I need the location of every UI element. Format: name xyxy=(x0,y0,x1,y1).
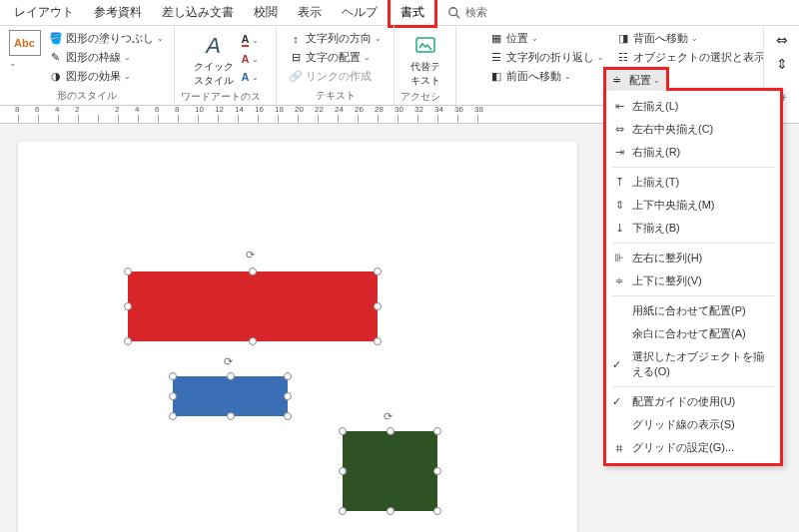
menu-align-top[interactable]: ⤒上揃え(T) xyxy=(606,171,780,194)
tab-review[interactable]: 校閲 xyxy=(244,0,288,25)
search-box[interactable]: 検索 xyxy=(447,5,487,20)
resize-handle[interactable] xyxy=(169,372,177,380)
svg-point-0 xyxy=(449,7,457,15)
effects-icon: ◑ xyxy=(49,70,63,84)
ribbon-tabs: レイアウト 参考資料 差し込み文書 校閲 表示 ヘルプ 書式 検索 xyxy=(0,0,799,26)
menu-distribute-h[interactable]: ⊪左右に整列(H) xyxy=(606,247,780,269)
height-icon[interactable]: ⇕ xyxy=(776,56,788,72)
text-align-icon: ⊟ xyxy=(289,51,303,65)
menu-align-middle-v[interactable]: ⇕上下中央揃え(M) xyxy=(606,194,780,217)
menu-align-right[interactable]: ⇥右揃え(R) xyxy=(606,141,780,164)
menu-align-left[interactable]: ⇤左揃え(L) xyxy=(606,95,780,118)
resize-handle[interactable] xyxy=(433,507,441,515)
align-center-h-icon: ⇔ xyxy=(612,123,626,137)
text-direction-icon: ↕ xyxy=(289,32,303,46)
text-direction-button[interactable]: ↕文字列の方向⌄ xyxy=(287,30,384,47)
resize-handle[interactable] xyxy=(124,337,132,345)
quick-styles-button[interactable]: A クイック スタイル xyxy=(190,30,238,90)
alt-text-icon xyxy=(411,32,439,60)
alt-text-button[interactable]: 代替テ キスト xyxy=(406,30,444,90)
menu-separator xyxy=(612,243,774,244)
bring-forward-icon: ◧ xyxy=(489,70,503,84)
resize-handle[interactable] xyxy=(374,302,382,310)
shape-fill-button[interactable]: 🪣図形の塗りつぶし⌄ xyxy=(47,30,166,47)
wordart-a-icon: A xyxy=(200,32,228,60)
text-effects-button[interactable]: A⌄ xyxy=(240,70,262,84)
bring-forward-button[interactable]: ◧前面へ移動⌄ xyxy=(487,68,606,85)
tab-layout[interactable]: レイアウト xyxy=(4,0,84,25)
pencil-icon: ✎ xyxy=(49,51,63,65)
align-menu-header[interactable]: ≑ 配置⌄ xyxy=(603,67,669,91)
width-icon[interactable]: ⇔ xyxy=(776,32,788,48)
text-align-button[interactable]: ⊟文字の配置⌄ xyxy=(287,49,373,66)
shape-effects-button[interactable]: ◑図形の効果⌄ xyxy=(47,68,166,85)
resize-handle[interactable] xyxy=(374,337,382,345)
resize-handle[interactable] xyxy=(284,392,292,400)
tab-mailings[interactable]: 差し込み文書 xyxy=(152,0,244,25)
rotation-handle[interactable]: ⟳ xyxy=(384,410,398,424)
page: ⟳ ⟳ ⟳ xyxy=(18,142,577,532)
search-icon xyxy=(447,6,461,20)
resize-handle[interactable] xyxy=(433,427,441,435)
shape-blue-rect[interactable]: ⟳ xyxy=(173,376,288,416)
shape-red-rect[interactable]: ⟳ xyxy=(128,271,378,341)
paint-bucket-icon: 🪣 xyxy=(49,32,63,46)
resize-handle[interactable] xyxy=(387,507,395,515)
wrap-text-button[interactable]: ☰文字列の折り返し⌄ xyxy=(487,49,606,66)
tab-references[interactable]: 参考資料 xyxy=(84,0,152,25)
align-left-icon: ⇤ xyxy=(612,100,626,114)
menu-align-selected[interactable]: ✓選択したオブジェクトを揃える(O) xyxy=(606,345,780,383)
menu-align-center-h[interactable]: ⇔左右中央揃え(C) xyxy=(606,118,780,141)
resize-handle[interactable] xyxy=(124,302,132,310)
position-button[interactable]: ▦位置⌄ xyxy=(487,30,606,47)
menu-distribute-v[interactable]: ⫩上下に整列(V) xyxy=(606,269,780,292)
resize-handle[interactable] xyxy=(433,467,441,475)
resize-handle[interactable] xyxy=(169,392,177,400)
resize-handle[interactable] xyxy=(249,267,257,275)
resize-handle[interactable] xyxy=(169,412,177,420)
shape-outline-button[interactable]: ✎図形の枠線⌄ xyxy=(47,49,166,66)
menu-grid-settings[interactable]: 𐄹グリッドの設定(G)... xyxy=(606,436,780,459)
send-backward-button[interactable]: ◨背面へ移動⌄ xyxy=(614,30,767,47)
tab-view[interactable]: 表示 xyxy=(288,0,332,25)
group-text: ↕文字列の方向⌄ ⊟文字の配置⌄ 🔗リンクの作成 テキスト xyxy=(277,26,395,105)
text-outline-button[interactable]: A⌄ xyxy=(240,52,262,66)
resize-handle[interactable] xyxy=(284,372,292,380)
resize-handle[interactable] xyxy=(284,412,292,420)
shape-style-thumb[interactable]: Abc xyxy=(9,30,41,56)
menu-separator xyxy=(612,295,774,296)
svg-line-1 xyxy=(456,14,460,18)
rotation-handle[interactable]: ⟳ xyxy=(246,249,260,263)
resize-handle[interactable] xyxy=(374,267,382,275)
menu-align-to-page[interactable]: 用紙に合わせて配置(P) xyxy=(606,299,780,322)
resize-handle[interactable] xyxy=(249,337,257,345)
shape-green-rect[interactable]: ⟳ xyxy=(343,431,437,511)
resize-handle[interactable] xyxy=(339,507,347,515)
grid-icon: 𐄹 xyxy=(612,441,626,455)
text-fill-button[interactable]: A⌄ xyxy=(240,32,262,48)
style-gallery-more[interactable]: ⌄ xyxy=(9,58,45,68)
tab-format[interactable]: 書式 xyxy=(388,0,437,28)
resize-handle[interactable] xyxy=(227,372,235,380)
position-icon: ▦ xyxy=(489,32,503,46)
create-link-button[interactable]: 🔗リンクの作成 xyxy=(287,68,374,85)
menu-show-gridlines[interactable]: グリッド線の表示(S) xyxy=(606,413,780,436)
menu-align-to-margin[interactable]: 余白に合わせて配置(A) xyxy=(606,322,780,345)
search-placeholder: 検索 xyxy=(465,5,487,20)
resize-handle[interactable] xyxy=(387,427,395,435)
resize-handle[interactable] xyxy=(339,467,347,475)
group-wordart: A クイック スタイル A⌄ A⌄ A⌄ ワードアートのスタイル xyxy=(175,26,277,105)
menu-separator xyxy=(612,386,774,387)
selection-pane-button[interactable]: ☷オブジェクトの選択と表示 xyxy=(614,49,767,66)
resize-handle[interactable] xyxy=(227,412,235,420)
tab-help[interactable]: ヘルプ xyxy=(332,0,388,25)
rotation-handle[interactable]: ⟳ xyxy=(224,355,238,369)
resize-handle[interactable] xyxy=(124,267,132,275)
align-bottom-icon: ⤓ xyxy=(612,222,626,236)
distribute-h-icon: ⊪ xyxy=(612,252,626,266)
menu-separator xyxy=(612,167,774,168)
menu-align-bottom[interactable]: ⤓下揃え(B) xyxy=(606,217,780,240)
resize-handle[interactable] xyxy=(339,427,347,435)
send-backward-icon: ◨ xyxy=(616,32,630,46)
menu-use-guides[interactable]: ✓配置ガイドの使用(U) xyxy=(606,390,780,413)
